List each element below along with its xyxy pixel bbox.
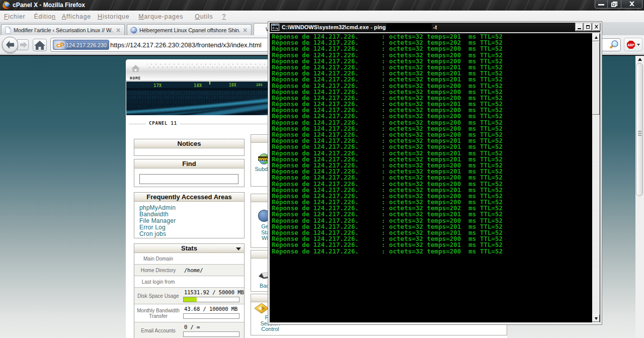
cmd-minimize-button[interactable]: [576, 23, 583, 31]
firefox-logo-icon: [2, 1, 11, 10]
tab-close-icon[interactable]: ×: [114, 25, 122, 36]
stat-label: Last login from: [134, 276, 182, 287]
menu-item[interactable]: Marque-pages: [138, 11, 183, 22]
restore-icon-dot: [613, 4, 614, 6]
cmd-minimize-icon: [578, 28, 581, 29]
close-button[interactable]: [621, 0, 642, 8]
cmd-scrollbar-thumb[interactable]: [592, 42, 600, 115]
stat-progress-bar: [183, 313, 239, 319]
frequently-accessed-areas-box: Frequently Accessed Areas phpMyAdminBand…: [134, 192, 245, 238]
browser-scrollbar[interactable]: [635, 56, 644, 338]
menu-item[interactable]: Affichage: [62, 11, 91, 22]
faa-header: Frequently Accessed Areas: [134, 193, 244, 202]
stats-box: Stats Main DomainHome Directory/home/Las…: [134, 243, 245, 338]
stat-progress-bar: [183, 297, 239, 302]
cmd-scroll-down-icon: [595, 317, 598, 320]
home-house-icon: [131, 65, 140, 72]
cmd-title-suffix: -t: [433, 23, 437, 32]
stat-value: /home/: [184, 267, 203, 273]
menu-item[interactable]: Outils: [195, 11, 213, 22]
cmd-title-text: C:\WINDOWS\system32\cmd.exe - ping: [282, 23, 386, 32]
cmd-scroll-up-button[interactable]: [592, 34, 600, 41]
cmd-title-redaction: [386, 24, 432, 31]
tab-wordpress-article[interactable]: Modifier l’article ‹ Sécurisation Linux …: [1, 24, 125, 35]
stats-rows: Main DomainHome Directory/home/Last logi…: [134, 253, 244, 338]
page-icon: [5, 27, 12, 34]
faa-link[interactable]: Bandwidth: [139, 211, 244, 218]
menu-item[interactable]: Historique: [98, 11, 129, 22]
minimize-button[interactable]: [595, 0, 607, 8]
stat-row: Last login from: [134, 276, 244, 288]
stat-label: Monthly Bandwidth Transfer: [134, 304, 182, 322]
cmd-scroll-up-icon: [595, 36, 598, 39]
ftp-diamond-icon: [255, 303, 269, 313]
notices-box: Notices: [134, 139, 245, 156]
cmd-titlebar[interactable]: C:\ C:\WINDOWS\system32\cmd.exe - ping -…: [270, 23, 600, 32]
back-arrow-icon: [3, 37, 18, 52]
forward-arrow-icon: [18, 40, 30, 50]
cmd-terminal[interactable]: Réponse de 124.217.226. : octets=32 temp…: [270, 32, 600, 322]
stat-label: Home Directory: [134, 265, 182, 276]
faa-link[interactable]: File Manager: [139, 218, 244, 224]
stat-label: Disk Space Usage: [134, 288, 182, 304]
forward-button[interactable]: [17, 39, 29, 50]
close-icon: [621, 0, 642, 8]
globe-icon: [130, 27, 137, 34]
url-text[interactable]: https://124.217.226.230:2083/frontend/x3…: [110, 38, 262, 52]
cpanel-brand-label: CPANEL 11: [149, 121, 177, 126]
window-title: cPanel X - Mozilla Firefox: [13, 0, 85, 11]
home-button[interactable]: [33, 39, 47, 51]
cmd-scrollbar[interactable]: [592, 33, 600, 322]
cmd-window[interactable]: C:\ C:\WINDOWS\system32\cmd.exe - ping -…: [268, 22, 602, 324]
stats-collapse-caret-icon[interactable]: [236, 247, 241, 250]
tab-close-icon[interactable]: ×: [241, 25, 249, 36]
menu-item[interactable]: Édition: [34, 11, 56, 22]
menu-item[interactable]: ?: [222, 11, 226, 22]
identity-domain: 124.217.226.230: [66, 40, 107, 50]
faa-link[interactable]: phpMyAdmin: [139, 205, 244, 211]
minimize-icon: [598, 4, 604, 6]
stat-row: Email Accounts0 / ∞: [134, 322, 244, 338]
site-identity-box[interactable]: cP 124.217.226.230: [53, 40, 109, 50]
stat-value: 43.68 / 100000 MB: [184, 306, 237, 312]
abp-stop-icon: ABP: [627, 41, 635, 49]
menu-item[interactable]: Fichier: [4, 11, 26, 22]
cmd-scroll-down-button[interactable]: [592, 314, 600, 322]
stat-value: 0 / ∞: [184, 324, 200, 330]
stat-row: Home Directory/home/: [134, 265, 244, 276]
stat-label: Main Domain: [134, 253, 182, 264]
firefox-menubar: FichierÉditionAffichageHistoriqueMarque-…: [0, 11, 644, 22]
cmd-icon: C:\: [271, 23, 279, 31]
banner-rack-label: 19X: [229, 83, 236, 88]
home-tab-label: HOME: [130, 76, 141, 80]
search-magnifier-icon[interactable]: [609, 40, 619, 50]
stat-label: Email Accounts: [134, 322, 182, 338]
scrollbar-grip: [638, 131, 641, 132]
cpanel-favicon: cP: [56, 40, 64, 50]
notices-header: Notices: [134, 139, 244, 148]
banner-rack-label: 17X: [153, 83, 162, 88]
cmd-maximize-button[interactable]: [584, 23, 592, 31]
find-header: Find: [134, 159, 244, 168]
restore-button[interactable]: [607, 0, 621, 8]
stats-header[interactable]: Stats: [134, 244, 244, 253]
cmd-close-button[interactable]: [593, 23, 600, 31]
faa-link[interactable]: Error Log: [139, 224, 244, 231]
cmd-close-icon: [593, 24, 600, 30]
brand-rule-left: [129, 124, 146, 124]
adblock-plus-button[interactable]: ABP: [624, 38, 642, 51]
tab-hebergement[interactable]: Hébergement Linux Cpanel offshore Shin..…: [127, 24, 252, 35]
tab-title: Modifier l’article ‹ Sécurisation Linux …: [14, 25, 113, 36]
stat-progress-bar: [183, 331, 239, 337]
banner-rack-label: 20X: [256, 83, 263, 87]
find-input[interactable]: [139, 174, 238, 184]
faa-link[interactable]: Cron jobs: [139, 231, 244, 237]
stat-row: Disk Space Usage11531.92 / 50000 MB: [134, 288, 244, 304]
cpanel-home-tab[interactable]: HOME: [126, 59, 146, 81]
stat-row: Monthly Bandwidth Transfer43.68 / 100000…: [134, 304, 244, 322]
scrollbar-thumb[interactable]: [636, 63, 643, 196]
scrollbar-up-arrow-icon[interactable]: [638, 58, 642, 61]
back-button[interactable]: [2, 37, 18, 53]
abp-dropdown-caret-icon: [637, 44, 640, 46]
firefox-titlebar[interactable]: cPanel X - Mozilla Firefox: [0, 0, 644, 11]
